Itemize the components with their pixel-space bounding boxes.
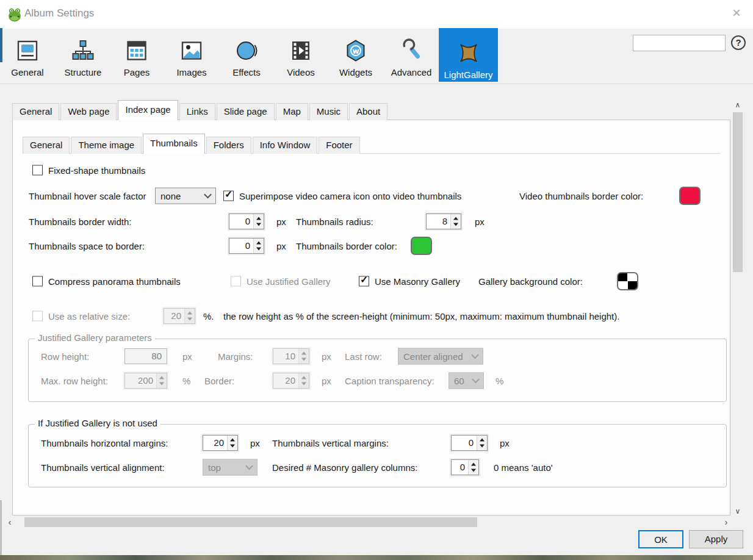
row-border-width: Thumbnails border width: 0 px Thumbnails… xyxy=(13,212,730,231)
scroll-up-icon[interactable]: ∧ xyxy=(732,100,743,110)
subtab-info-window[interactable]: Info Window xyxy=(253,137,318,154)
subtab-footer[interactable]: Footer xyxy=(319,137,359,154)
justified-group-title: Justified Gallery parameters xyxy=(35,332,155,343)
superimpose-checkbox[interactable]: ✓ xyxy=(223,191,234,201)
no-justified-row-2: Thumbnails vertical alignment: top Desir… xyxy=(29,458,726,477)
spinner-down-icon xyxy=(299,356,309,364)
thumb-border-color-label: Thumbnails border color: xyxy=(296,241,397,251)
row-height-label: Row height: xyxy=(41,351,89,362)
h-margins-spinner[interactable]: 20 xyxy=(203,435,238,451)
row-fixed-shape: Fixed-shape thumbnails xyxy=(13,160,730,180)
scroll-down-icon[interactable]: ∨ xyxy=(732,506,743,516)
v-align-label: Thumbnails vertical alignment: xyxy=(41,462,165,473)
margins-unit: px xyxy=(322,351,331,362)
spinner-up-icon[interactable] xyxy=(469,460,478,467)
vertical-scroll-thumb[interactable] xyxy=(733,112,743,272)
tab-map[interactable]: Map xyxy=(276,103,308,120)
hover-scale-combo[interactable]: none xyxy=(155,188,216,204)
toolbar-item-structure[interactable]: Structure xyxy=(56,28,110,79)
h-margins-label: Thumbnails horizontal margins: xyxy=(41,438,168,448)
scroll-right-icon[interactable]: › xyxy=(721,517,731,528)
spinner-down-icon[interactable] xyxy=(469,467,478,475)
gallery-bg-color-swatch[interactable] xyxy=(617,272,638,290)
tab-music[interactable]: Music xyxy=(309,103,348,120)
lightgallery-icon xyxy=(456,41,481,67)
relative-size-label: Use as relative size: xyxy=(48,311,130,321)
subtab-general[interactable]: General xyxy=(23,137,70,154)
tab-about[interactable]: About xyxy=(349,103,387,120)
vertical-scrollbar[interactable]: ∧ ∨ xyxy=(732,100,743,516)
use-masonry-checkbox[interactable]: ✓ xyxy=(359,276,369,287)
relative-size-spinner: 20 xyxy=(164,308,195,324)
spinner-down-icon[interactable] xyxy=(228,443,237,450)
toolbar-label: LightGallery xyxy=(444,70,492,80)
toolbar-item-widgets[interactable]: w Widgets xyxy=(333,28,378,79)
v-margins-spinner[interactable]: 0 xyxy=(451,435,488,451)
spinner-up-icon[interactable] xyxy=(228,436,237,443)
subtab-thumbnails[interactable]: Thumbnails xyxy=(143,134,205,154)
border-width-spinner[interactable]: 0 xyxy=(229,214,264,229)
masonry-columns-spinner[interactable]: 0 xyxy=(451,459,479,475)
toolbar-item-pages[interactable]: Pages xyxy=(117,28,156,79)
tab-index-page[interactable]: Index page xyxy=(118,100,178,120)
radius-spinner[interactable]: 8 xyxy=(426,214,461,229)
combo-value: 60 xyxy=(454,376,464,386)
spinner-down-icon[interactable] xyxy=(451,221,461,229)
help-icon[interactable]: ? xyxy=(731,35,746,50)
toolbar-label: Widgets xyxy=(339,67,372,77)
toolbar-item-effects[interactable]: Effects xyxy=(226,28,267,79)
chevron-down-icon xyxy=(204,191,212,199)
images-icon xyxy=(179,38,204,65)
close-icon[interactable]: × xyxy=(727,4,746,22)
subtab-theme-image[interactable]: Theme image xyxy=(71,137,142,154)
toolbar-item-images[interactable]: Images xyxy=(171,28,212,79)
toolbar-item-advanced[interactable]: Advanced xyxy=(386,28,437,79)
space-to-border-spinner[interactable]: 0 xyxy=(229,238,264,254)
apply-button[interactable]: Apply xyxy=(689,530,743,548)
check-icon: ✓ xyxy=(360,274,368,285)
spinner-up-icon[interactable] xyxy=(451,214,461,221)
space-to-border-unit: px xyxy=(276,241,286,251)
toolbar-label: Images xyxy=(176,67,206,77)
toolbar-item-lightgallery[interactable]: LightGallery xyxy=(439,28,498,82)
row-relative-size: Use as relative size: 20 %. the row heig… xyxy=(13,306,730,326)
compress-panorama-checkbox[interactable] xyxy=(32,276,43,287)
toolbar-item-general[interactable]: General xyxy=(7,28,48,79)
chevron-down-icon xyxy=(472,376,480,384)
toolbar-item-videos[interactable]: Videos xyxy=(281,28,321,79)
spinner-down-icon[interactable] xyxy=(477,443,487,450)
spinner-down-icon xyxy=(185,316,195,323)
search-box xyxy=(633,35,726,51)
spinner-down-icon[interactable] xyxy=(254,246,264,253)
tab-slide-page[interactable]: Slide page xyxy=(217,103,275,120)
widgets-icon: w xyxy=(344,38,368,65)
tab-links[interactable]: Links xyxy=(179,103,215,120)
row-space-to-border: Thumbnails space to border: 0 px Thumbna… xyxy=(13,236,730,256)
row-gallery-options: Compress panorama thumbnails Use Justifi… xyxy=(13,271,730,291)
spinner-up-icon xyxy=(185,309,195,316)
tab-general[interactable]: General xyxy=(12,103,59,120)
row-height-field: 80 xyxy=(124,348,167,364)
h-margins-unit: px xyxy=(250,438,260,448)
horizontal-scroll-thumb[interactable] xyxy=(24,517,477,527)
spinner-up-icon[interactable] xyxy=(477,436,487,443)
max-row-height-unit: % xyxy=(182,376,190,386)
v-margins-label: Thumbnails vertical margins: xyxy=(272,438,389,448)
horizontal-scrollbar[interactable]: ‹ › xyxy=(5,517,731,528)
tab-web-page[interactable]: Web page xyxy=(60,103,117,120)
jalbum-frog-icon xyxy=(7,7,22,24)
spinner-up-icon[interactable] xyxy=(254,214,264,221)
scroll-left-icon[interactable]: ‹ xyxy=(5,517,15,528)
spinner-up-icon[interactable] xyxy=(254,239,264,246)
spinner-down-icon[interactable] xyxy=(254,221,264,229)
spinner-value: 0 xyxy=(229,214,253,229)
fixed-shape-checkbox[interactable] xyxy=(32,165,43,176)
subtab-folders[interactable]: Folders xyxy=(206,137,251,154)
row-hover-scale: Thumbnail hover scale factor none ✓ Supe… xyxy=(13,186,730,206)
ok-button[interactable]: OK xyxy=(638,530,683,548)
thumb-border-color-swatch[interactable] xyxy=(411,237,432,255)
fixed-shape-label: Fixed-shape thumbnails xyxy=(48,165,145,176)
no-justified-row-1: Thumbnails horizontal margins: 20 px Thu… xyxy=(29,433,726,453)
video-border-color-swatch[interactable] xyxy=(679,187,701,205)
use-justified-checkbox xyxy=(231,276,241,287)
